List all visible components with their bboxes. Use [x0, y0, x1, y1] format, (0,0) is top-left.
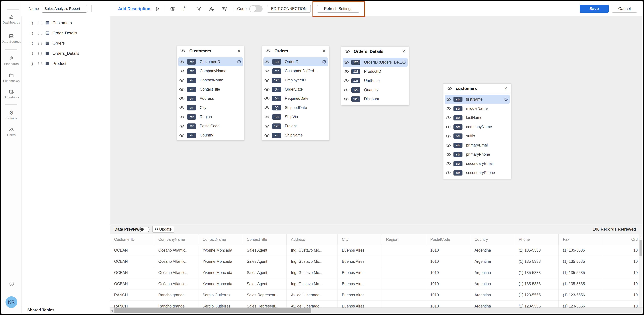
field-row[interactable]: str companyName — [444, 122, 511, 132]
field-row[interactable]: 123 EmployeeID — [262, 76, 329, 85]
eye-icon[interactable] — [446, 124, 451, 130]
eye-icon[interactable] — [179, 114, 184, 120]
table-card-orders[interactable]: Orders 123 OrderID str CustomerID (Ord..… — [262, 46, 329, 140]
eye-icon[interactable] — [344, 88, 349, 92]
field-row[interactable]: str ContactName — [177, 76, 244, 85]
eye-icon[interactable] — [264, 133, 270, 138]
eye-icon[interactable] — [264, 96, 270, 101]
avatar[interactable]: KR — [6, 296, 17, 308]
field-row[interactable]: 123 OrderID (Orders_De... — [343, 58, 408, 67]
field-row[interactable]: str suffix — [444, 132, 511, 141]
table-column-header[interactable]: PostalCode — [426, 234, 470, 245]
close-icon[interactable] — [402, 49, 406, 54]
sidebar-item-slideshows[interactable]: Slideshows — [1, 73, 21, 83]
horizontal-scroll-thumb[interactable] — [114, 308, 311, 313]
field-row[interactable]: str CustomerID — [178, 57, 243, 66]
eye-icon[interactable] — [179, 60, 184, 64]
eye-icon[interactable] — [447, 86, 452, 91]
field-row[interactable]: str firstName — [445, 95, 510, 104]
eye-icon[interactable] — [180, 48, 185, 54]
cancel-button[interactable]: Cancel — [612, 5, 637, 13]
field-row[interactable]: str secondaryEmail — [444, 159, 511, 168]
menu-icon[interactable] — [7, 9, 19, 10]
field-row[interactable]: str Region — [177, 112, 244, 122]
gear-icon[interactable] — [237, 60, 242, 64]
table-column-header[interactable]: ContactTitle — [242, 234, 287, 245]
sidebar-item-schedules[interactable]: Schedules — [1, 89, 21, 99]
drag-handle-icon[interactable] — [37, 62, 42, 66]
field-row[interactable]: str Country — [177, 131, 244, 140]
table-column-header[interactable]: Phone — [514, 234, 558, 245]
tree-table-item[interactable]: Orders_Details — [21, 48, 110, 58]
chevron-right-icon[interactable] — [31, 41, 34, 45]
eye-icon[interactable] — [264, 105, 270, 110]
eye-icon[interactable] — [446, 161, 451, 166]
field-row[interactable]: 123 OrderID — [264, 57, 328, 66]
save-button[interactable]: Save — [580, 5, 609, 13]
eye-icon[interactable] — [264, 124, 270, 129]
preferences-icon[interactable] — [222, 6, 228, 12]
table-column-header[interactable]: Address — [287, 234, 338, 245]
field-row[interactable]: str CompanyName — [177, 66, 244, 76]
user-filter-icon[interactable] — [208, 6, 214, 12]
table-row[interactable]: RANCHRancho grandeSergio GutiérrezSales … — [110, 290, 639, 301]
eye-icon[interactable] — [179, 96, 184, 101]
field-row[interactable]: str CustomerID (Ord... — [262, 66, 329, 76]
drag-handle-icon[interactable] — [37, 21, 42, 25]
table-column-header[interactable]: CustomerID — [110, 234, 154, 245]
table-column-header[interactable]: City — [338, 234, 382, 245]
table-column-header[interactable]: Country — [470, 234, 514, 245]
field-row[interactable]: str primaryPhone — [444, 150, 511, 159]
field-row[interactable]: str ContactTitle — [177, 85, 244, 94]
eye-icon[interactable] — [446, 143, 451, 148]
table-column-header[interactable]: Region — [382, 234, 426, 245]
tree-table-item[interactable]: Customers — [21, 18, 110, 28]
eye-icon[interactable] — [345, 49, 350, 54]
shared-tables-footer[interactable]: Shared Tables — [21, 306, 110, 314]
eye-icon[interactable] — [179, 68, 184, 74]
gear-icon[interactable] — [504, 97, 508, 102]
close-icon[interactable] — [504, 86, 508, 91]
eye-icon[interactable] — [264, 78, 270, 83]
field-row[interactable]: str secondaryPhone — [444, 168, 511, 177]
join-icon[interactable] — [170, 6, 176, 12]
add-description-link[interactable]: Add Description — [118, 1, 150, 16]
query-designer-canvas[interactable]: Customers str CustomerID str CompanyName… — [110, 16, 643, 224]
data-preview-toggle[interactable] — [140, 227, 150, 232]
field-row[interactable]: 123 UnitPrice — [341, 76, 409, 85]
code-toggle[interactable] — [249, 5, 262, 12]
eye-icon[interactable] — [344, 60, 349, 65]
table-card-customers[interactable]: Customers str CustomerID str CompanyName… — [177, 46, 244, 140]
drag-handle-icon[interactable] — [37, 31, 42, 35]
field-row[interactable]: str PostalCode — [177, 122, 244, 131]
eye-icon[interactable] — [446, 97, 451, 102]
drag-handle-icon[interactable] — [37, 41, 42, 45]
eye-icon[interactable] — [179, 133, 184, 138]
close-icon[interactable] — [322, 48, 326, 54]
run-icon[interactable] — [154, 6, 160, 12]
eye-icon[interactable] — [266, 48, 270, 54]
gear-icon[interactable] — [402, 60, 406, 65]
expression-icon[interactable]: fx — [184, 5, 190, 11]
field-row[interactable]: str ShipName — [262, 131, 329, 140]
drag-handle-icon[interactable] — [37, 52, 42, 56]
table-card-orders-details[interactable]: Orders_Details 123 OrderID (Orders_De...… — [341, 46, 409, 106]
eye-icon[interactable] — [264, 87, 270, 92]
table-card-customers-lower[interactable]: customers str firstName str middleName s… — [443, 84, 511, 179]
table-row[interactable]: OCEANOcéano Atlántic...Yvonne MoncadaSal… — [110, 245, 639, 256]
vertical-scrollbar[interactable] — [639, 234, 643, 308]
eye-icon[interactable] — [344, 69, 349, 74]
gear-icon[interactable] — [322, 60, 326, 64]
vertical-scroll-thumb[interactable] — [640, 240, 642, 256]
chevron-right-icon[interactable] — [31, 62, 34, 66]
eye-icon[interactable] — [264, 60, 270, 64]
eye-icon[interactable] — [179, 105, 184, 110]
update-button[interactable]: Update — [152, 226, 174, 233]
sidebar-item-dashboards[interactable]: Dashboards — [1, 14, 21, 24]
refresh-settings-button[interactable]: Refresh Settings — [317, 5, 359, 13]
field-row[interactable]: str Address — [177, 94, 244, 103]
field-row[interactable]: 123 Freight — [262, 122, 329, 131]
eye-icon[interactable] — [179, 124, 184, 129]
eye-icon[interactable] — [264, 68, 270, 74]
filter-icon[interactable] — [196, 6, 202, 12]
